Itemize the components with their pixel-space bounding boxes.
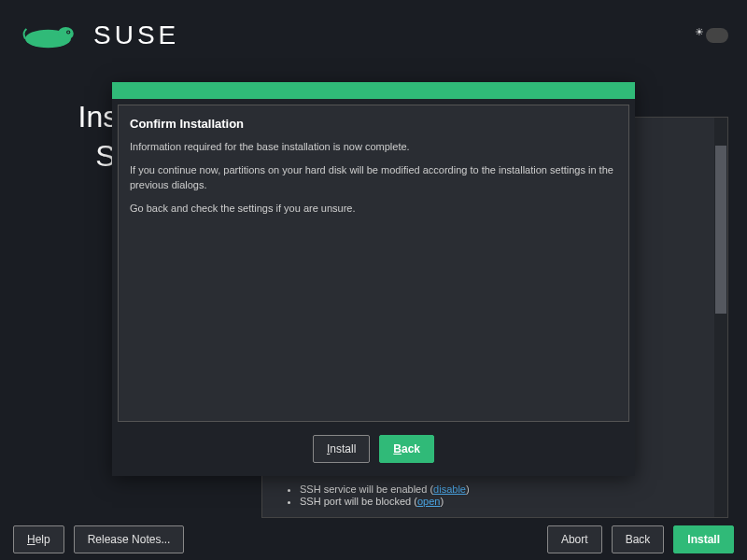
release-notes-button[interactable]: Release Notes... [74, 525, 185, 553]
suse-chameleon-icon [19, 19, 84, 52]
open-link[interactable]: open [417, 496, 440, 507]
theme-toggle[interactable] [706, 28, 728, 43]
abort-button[interactable]: Abort [547, 525, 602, 553]
scrollbar-track[interactable] [714, 118, 727, 517]
modal-title: Confirm Installation [130, 117, 617, 131]
header: SUSE [0, 0, 747, 70]
modal-install-button[interactable]: Install [313, 435, 370, 463]
confirm-installation-dialog: Confirm Installation Information require… [112, 82, 635, 476]
brand-text: SUSE [93, 21, 179, 50]
svg-point-3 [67, 31, 69, 33]
logo-group: SUSE [19, 19, 179, 52]
disable-link[interactable]: disable [433, 483, 466, 495]
modal-footer: Install Back [112, 427, 635, 476]
list-item: SSH port will be blocked (open) [300, 496, 470, 507]
back-button[interactable]: Back [612, 525, 665, 553]
modal-text: Information required for the base instal… [130, 140, 617, 154]
scrollbar-thumb[interactable] [715, 146, 726, 314]
modal-text: If you continue now, partitions on your … [130, 163, 617, 192]
install-button[interactable]: Install [673, 525, 734, 553]
help-button[interactable]: Help [13, 525, 64, 553]
modal-body: Confirm Installation Information require… [118, 105, 629, 422]
modal-text: Go back and check the settings if you ar… [130, 202, 617, 216]
modal-accent-stripe [112, 82, 635, 99]
svg-point-1 [58, 26, 74, 39]
list-item: SSH service will be enabled (disable) [300, 483, 470, 495]
modal-back-button[interactable]: Back [379, 435, 434, 463]
settings-list: SSH service will be enabled (disable) SS… [300, 483, 470, 508]
footer-bar: Help Release Notes... Abort Back Install [0, 518, 747, 560]
